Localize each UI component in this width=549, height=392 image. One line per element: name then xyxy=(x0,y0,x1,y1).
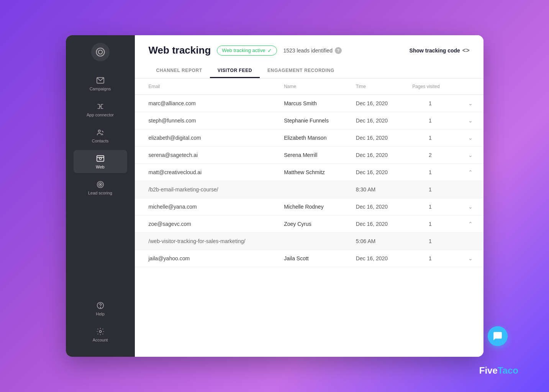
table-row: matt@creativecloud.ai Matthew Schmitz De… xyxy=(135,164,483,181)
cell-name: Zoey Cyrus xyxy=(276,216,348,233)
tab-engagement-recording[interactable]: ENGAGEMENT RECORDING xyxy=(260,64,342,78)
chevron-up-icon[interactable]: ⌃ xyxy=(468,169,473,175)
sidebar-item-help[interactable]: Help xyxy=(74,297,127,320)
header-left: Web tracking Web tracking active ✓ 1523 … xyxy=(149,44,342,56)
cell-name: Michelle Rodney xyxy=(276,198,348,216)
svg-point-6 xyxy=(99,157,102,160)
leads-help-icon[interactable]: ? xyxy=(335,47,342,54)
cell-email: matt@creativecloud.ai xyxy=(135,164,277,181)
sidebar-item-web[interactable]: Web xyxy=(74,150,127,173)
cell-action: ⌄ xyxy=(456,198,483,216)
target-icon xyxy=(96,180,105,189)
chevron-down-icon[interactable]: ⌄ xyxy=(468,255,473,261)
cell-name xyxy=(276,181,348,198)
brand-name: FiveTaco xyxy=(479,365,518,376)
sidebar-item-label: App connector xyxy=(87,113,114,117)
cell-email: steph@funnels.com xyxy=(135,112,277,129)
cell-time: Dec 16, 2020 xyxy=(348,147,405,164)
tracking-badge: Web tracking active ✓ xyxy=(217,46,277,56)
cell-pages: 1 xyxy=(405,181,456,198)
leads-count: 1523 leads identified ? xyxy=(283,47,341,54)
table-header-row: Email Name Time Pages visited xyxy=(135,78,483,95)
cell-action: ⌄ xyxy=(456,112,483,129)
header-top: Web tracking Web tracking active ✓ 1523 … xyxy=(149,44,470,56)
cell-action: ⌄ xyxy=(456,250,483,267)
sidebar-item-campaigns[interactable]: Campaigns xyxy=(74,72,127,95)
sidebar-item-app-connector[interactable]: App connector xyxy=(74,98,127,121)
visitor-feed-table: Email Name Time Pages visited marc@allia… xyxy=(135,78,483,267)
sidebar-item-lead-scoring[interactable]: Lead scoring xyxy=(74,176,127,199)
app-container: Campaigns App connector C xyxy=(66,35,483,357)
cell-time: Dec 16, 2020 xyxy=(348,164,405,181)
svg-point-10 xyxy=(100,184,101,185)
cell-action xyxy=(456,233,483,250)
col-time: Time xyxy=(348,78,405,95)
table-row: michelle@yana.com Michelle Rodney Dec 16… xyxy=(135,198,483,216)
cell-action: ⌄ xyxy=(456,129,483,147)
chevron-down-icon[interactable]: ⌄ xyxy=(468,152,473,158)
cell-time: Dec 16, 2020 xyxy=(348,250,405,267)
tab-channel-report[interactable]: CHANNEL REPORT xyxy=(149,64,210,78)
cell-pages: 1 xyxy=(405,112,456,129)
cell-pages: 1 xyxy=(405,95,456,112)
chevron-up-icon[interactable]: ⌃ xyxy=(468,221,473,227)
sidebar-logo[interactable] xyxy=(91,43,110,61)
cell-action xyxy=(456,181,483,198)
cell-email: marc@alliance.com xyxy=(135,95,277,112)
table-row: /web-visitor-tracking-for-sales-marketin… xyxy=(135,233,483,250)
cell-action: ⌄ xyxy=(456,95,483,112)
col-name: Name xyxy=(276,78,348,95)
svg-rect-5 xyxy=(97,156,103,162)
help-icon xyxy=(96,301,105,310)
cell-email: zoe@sagevc.com xyxy=(135,216,277,233)
sidebar-item-label: Campaigns xyxy=(90,87,111,91)
cell-email: jaila@yahoo.com xyxy=(135,250,277,267)
page-title: Web tracking xyxy=(149,44,211,56)
show-tracking-code-button[interactable]: Show tracking code <> xyxy=(410,47,470,54)
brand: FiveTaco xyxy=(479,365,518,376)
cell-time: Dec 16, 2020 xyxy=(348,216,405,233)
cell-email: michelle@yana.com xyxy=(135,198,277,216)
web-icon xyxy=(96,154,105,163)
chevron-down-icon[interactable]: ⌄ xyxy=(468,100,473,106)
chat-bubble-button[interactable] xyxy=(488,326,508,346)
cell-name: Jaila Scott xyxy=(276,250,348,267)
table-row: serena@sagetech.ai Serena Merrill Dec 16… xyxy=(135,147,483,164)
sidebar: Campaigns App connector C xyxy=(66,35,135,357)
cell-pages: 2 xyxy=(405,147,456,164)
svg-point-13 xyxy=(99,330,102,333)
cell-pages: 1 xyxy=(405,129,456,147)
gear-icon xyxy=(96,327,105,336)
sidebar-item-label: Lead scoring xyxy=(88,191,112,195)
cell-action: ⌃ xyxy=(456,164,483,181)
chevron-down-icon[interactable]: ⌄ xyxy=(468,135,473,141)
cell-name xyxy=(276,233,348,250)
cell-email: elizabeth@digital.com xyxy=(135,129,277,147)
cell-pages: 1 xyxy=(405,250,456,267)
tracking-status-text: Web tracking active xyxy=(222,47,265,53)
connector-icon xyxy=(96,102,105,111)
cell-name: Serena Merrill xyxy=(276,147,348,164)
tab-visitor-feed[interactable]: VISITOR FEED xyxy=(210,64,260,78)
cell-email: /web-visitor-tracking-for-sales-marketin… xyxy=(135,233,277,250)
main-content: Web tracking Web tracking active ✓ 1523 … xyxy=(135,35,483,357)
sidebar-item-label: Help xyxy=(96,312,105,316)
cell-time: 8:30 AM xyxy=(348,181,405,198)
cell-action: ⌃ xyxy=(456,216,483,233)
cell-name: Elizabeth Manson xyxy=(276,129,348,147)
cell-time: Dec 16, 2020 xyxy=(348,95,405,112)
sidebar-item-account[interactable]: Account xyxy=(74,323,127,346)
cell-name: Marcus Smith xyxy=(276,95,348,112)
chevron-down-icon[interactable]: ⌄ xyxy=(468,118,473,124)
code-brackets-icon: <> xyxy=(462,47,470,54)
table-container: Email Name Time Pages visited marc@allia… xyxy=(135,78,483,357)
leads-count-text: 1523 leads identified xyxy=(283,47,332,54)
check-icon: ✓ xyxy=(267,47,272,54)
svg-point-12 xyxy=(100,307,100,308)
chevron-down-icon[interactable]: ⌄ xyxy=(468,204,473,210)
cell-pages: 1 xyxy=(405,233,456,250)
table-row: marc@alliance.com Marcus Smith Dec 16, 2… xyxy=(135,95,483,112)
sidebar-item-contacts[interactable]: Contacts xyxy=(74,124,127,147)
cell-action: ⌄ xyxy=(456,147,483,164)
table-row: elizabeth@digital.com Elizabeth Manson D… xyxy=(135,129,483,147)
